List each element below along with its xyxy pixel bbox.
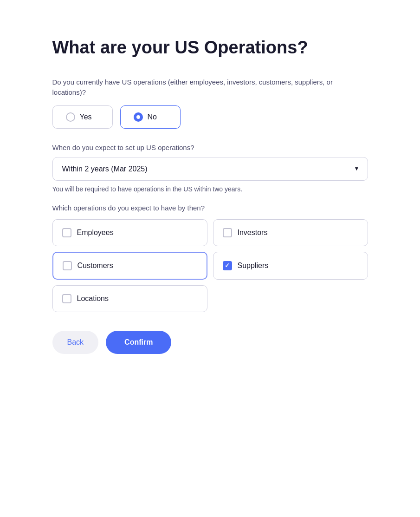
checkbox-option-investors[interactable]: Investors bbox=[213, 219, 368, 246]
checkbox-grid-operations: Employees Investors Customers Suppliers … bbox=[52, 219, 368, 312]
radio-circle-no bbox=[134, 112, 143, 122]
helper-text: You will be required to have operations … bbox=[52, 185, 368, 193]
radio-label-yes: Yes bbox=[80, 113, 92, 121]
checkbox-label-customers: Customers bbox=[78, 262, 113, 270]
checkbox-option-locations[interactable]: Locations bbox=[52, 285, 207, 312]
back-button[interactable]: Back bbox=[52, 331, 99, 354]
question3-label: Which operations do you expect to have b… bbox=[52, 204, 368, 212]
checkbox-option-customers[interactable]: Customers bbox=[52, 252, 207, 280]
page-container: What are your US Operations? Do you curr… bbox=[52, 37, 368, 480]
radio-group-us-operations: Yes No bbox=[52, 105, 368, 129]
radio-option-no[interactable]: No bbox=[120, 105, 181, 129]
confirm-button[interactable]: Confirm bbox=[106, 331, 171, 354]
button-row: Back Confirm bbox=[52, 331, 368, 354]
checkbox-option-employees[interactable]: Employees bbox=[52, 219, 207, 246]
checkbox-box-suppliers bbox=[223, 261, 232, 270]
question1-label: Do you currently have US operations (eit… bbox=[52, 77, 368, 98]
radio-circle-yes bbox=[66, 112, 75, 122]
checkbox-box-locations bbox=[62, 294, 71, 303]
checkbox-label-investors: Investors bbox=[238, 229, 268, 237]
operations-timeline-dropdown[interactable]: Within 2 years (Mar 2025) Within 1 year … bbox=[52, 157, 368, 181]
checkbox-label-suppliers: Suppliers bbox=[238, 262, 269, 270]
radio-label-no: No bbox=[148, 113, 157, 121]
radio-option-yes[interactable]: Yes bbox=[52, 105, 113, 129]
checkbox-label-employees: Employees bbox=[77, 229, 114, 237]
checkbox-label-locations: Locations bbox=[77, 294, 109, 303]
page-title: What are your US Operations? bbox=[52, 37, 368, 59]
checkbox-box-employees bbox=[62, 228, 71, 237]
dropdown-wrapper: Within 2 years (Mar 2025) Within 1 year … bbox=[52, 157, 368, 181]
question2-label: When do you expect to set up US operatio… bbox=[52, 144, 368, 151]
checkbox-option-suppliers[interactable]: Suppliers bbox=[213, 252, 368, 280]
checkbox-box-investors bbox=[223, 228, 232, 237]
checkbox-box-customers bbox=[63, 261, 72, 270]
